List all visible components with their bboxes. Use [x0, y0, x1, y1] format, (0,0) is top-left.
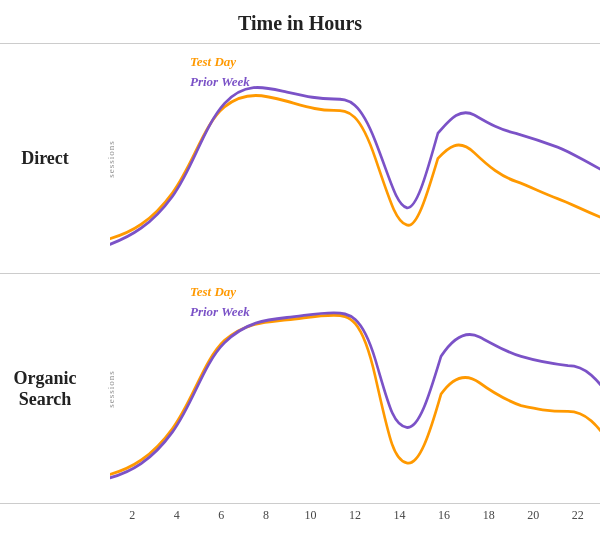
x-tick: 20: [511, 508, 556, 523]
x-tick: 6: [199, 508, 244, 523]
direct-section: Direct sessions Test Day Prior Week: [0, 43, 600, 273]
direct-chart-area: sessions Test Day Prior Week: [90, 44, 600, 273]
organic-section: Organic Search sessions Test Day Prior W…: [0, 273, 600, 503]
x-tick: 12: [333, 508, 378, 523]
x-tick: 14: [377, 508, 422, 523]
direct-chart-svg: [110, 44, 600, 273]
organic-label: Organic Search: [0, 274, 90, 503]
x-tick: 8: [244, 508, 289, 523]
organic-chart-area: sessions Test Day Prior Week: [90, 274, 600, 503]
x-axis: 246810121416182022: [0, 503, 600, 529]
x-tick: 22: [555, 508, 600, 523]
x-tick: 16: [422, 508, 467, 523]
page-title: Time in Hours: [0, 0, 600, 43]
x-tick: 10: [288, 508, 333, 523]
direct-label: Direct: [0, 44, 90, 273]
x-tick: 2: [110, 508, 155, 523]
x-tick: 18: [466, 508, 511, 523]
organic-chart-svg: [110, 274, 600, 503]
x-tick: 4: [155, 508, 200, 523]
